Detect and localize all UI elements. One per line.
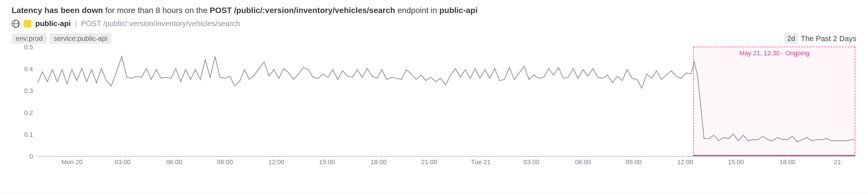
- x-tick: 06:00: [166, 158, 182, 166]
- y-tick: 0.2: [24, 109, 33, 117]
- x-tick: 03:00: [115, 158, 130, 166]
- y-tick: 0.5: [24, 44, 33, 51]
- x-tick: Tue 21: [471, 158, 491, 166]
- time-range-label: The Past 2 Days: [801, 34, 857, 43]
- x-tick: 21:00: [421, 158, 437, 166]
- x-tick: 15:00: [319, 158, 335, 166]
- x-tick: Mon 20: [61, 158, 83, 166]
- time-range-badge[interactable]: 2d: [784, 33, 798, 44]
- alert-title-prefix: Latency has been down: [11, 6, 103, 15]
- meta-separator: |: [75, 19, 77, 28]
- chart-plot-area[interactable]: May 21, 12:30 - Ongoing: [38, 47, 855, 157]
- tags-row: env:prod service:public-api 2d The Past …: [11, 33, 857, 44]
- alert-title-mid: for more than 8 hours on the: [105, 6, 210, 15]
- x-tick: 06:00: [575, 158, 591, 166]
- globe-icon: [11, 20, 20, 28]
- alert-title: Latency has been down for more than 8 ho…: [11, 6, 857, 15]
- x-tick: 09:00: [626, 158, 642, 166]
- x-tick: 12:00: [677, 158, 693, 166]
- service-color-chip: [24, 20, 31, 28]
- x-tick: 18:00: [371, 158, 386, 166]
- tag-env[interactable]: env:prod: [11, 33, 46, 44]
- alert-title-after: endpoint in: [398, 6, 439, 15]
- y-tick: 0: [30, 153, 33, 160]
- x-tick: 12:00: [269, 158, 284, 166]
- alert-title-endpoint: POST /public/:version/inventory/vehicles…: [210, 6, 395, 15]
- y-tick: 0.4: [24, 65, 33, 73]
- latency-chart[interactable]: 00.10.20.30.40.5 May 21, 12:30 - Ongoing…: [11, 47, 857, 168]
- y-tick: 0.3: [24, 87, 33, 95]
- x-tick: 21:: [834, 158, 842, 166]
- service-meta-row: public-api | POST /public/:version/inven…: [11, 19, 857, 28]
- y-tick: 0.1: [24, 131, 33, 138]
- alert-title-service: public-api: [439, 6, 477, 15]
- x-tick: 18:00: [779, 158, 795, 166]
- x-axis: Mon 2003:0006:0009:0012:0015:0018:0021:0…: [38, 157, 855, 168]
- x-tick: 15:00: [728, 158, 744, 166]
- latency-line: [38, 47, 855, 156]
- x-tick: 09:00: [217, 158, 233, 166]
- y-axis: 00.10.20.30.40.5: [11, 47, 35, 157]
- service-name[interactable]: public-api: [35, 19, 71, 28]
- tag-service[interactable]: service:public-api: [50, 33, 111, 44]
- x-tick: 03:00: [523, 158, 539, 166]
- endpoint-path[interactable]: POST /public/:version/inventory/vehicles…: [81, 19, 240, 28]
